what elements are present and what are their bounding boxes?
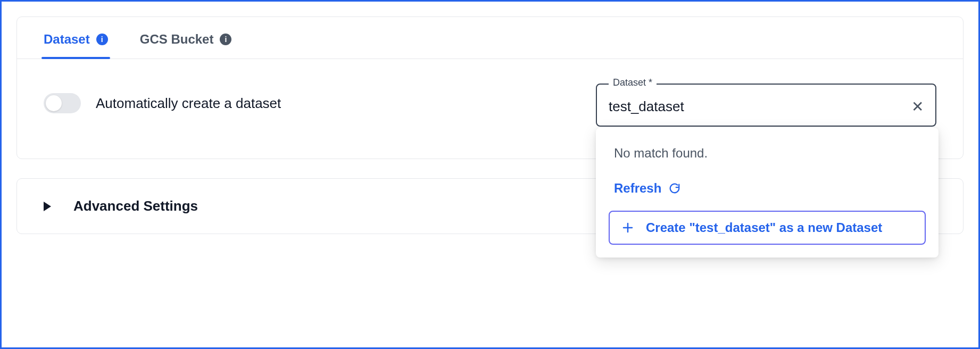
auto-create-label: Automatically create a dataset — [96, 95, 281, 112]
auto-create-row: Automatically create a dataset — [44, 84, 575, 113]
toggle-knob — [46, 95, 62, 111]
tab-gcs-label: GCS Bucket — [140, 32, 214, 47]
caret-right-icon — [44, 202, 51, 211]
auto-create-toggle[interactable] — [44, 93, 81, 113]
dataset-field[interactable]: Dataset * ✕ — [596, 84, 936, 127]
dataset-input[interactable] — [609, 98, 911, 115]
refresh-icon — [669, 182, 680, 194]
panel-body: Automatically create a dataset Dataset *… — [17, 59, 963, 159]
clear-icon[interactable]: ✕ — [911, 99, 924, 114]
advanced-settings-label: Advanced Settings — [73, 198, 198, 214]
info-icon[interactable]: i — [96, 34, 108, 45]
dataset-field-container: Dataset * ✕ No match found. Refresh — [596, 84, 936, 127]
tab-dataset-label: Dataset — [44, 32, 90, 47]
tab-gcs-bucket[interactable]: GCS Bucket i — [140, 32, 232, 59]
refresh-button[interactable]: Refresh — [609, 177, 926, 211]
refresh-label: Refresh — [614, 181, 661, 196]
tabs-row: Dataset i GCS Bucket i — [17, 17, 963, 59]
dataset-field-label: Dataset * — [609, 77, 657, 88]
no-match-text: No match found. — [609, 140, 926, 177]
create-dataset-button[interactable]: Create "test_dataset" as a new Dataset — [609, 211, 926, 245]
storage-card: Dataset i GCS Bucket i Automatically cre… — [16, 16, 964, 159]
config-frame: Dataset i GCS Bucket i Automatically cre… — [0, 0, 980, 349]
create-dataset-label: Create "test_dataset" as a new Dataset — [646, 220, 882, 235]
info-icon[interactable]: i — [220, 34, 231, 45]
plus-icon — [621, 221, 634, 234]
dataset-dropdown: No match found. Refresh Create — [596, 128, 939, 257]
tab-dataset[interactable]: Dataset i — [44, 32, 108, 59]
